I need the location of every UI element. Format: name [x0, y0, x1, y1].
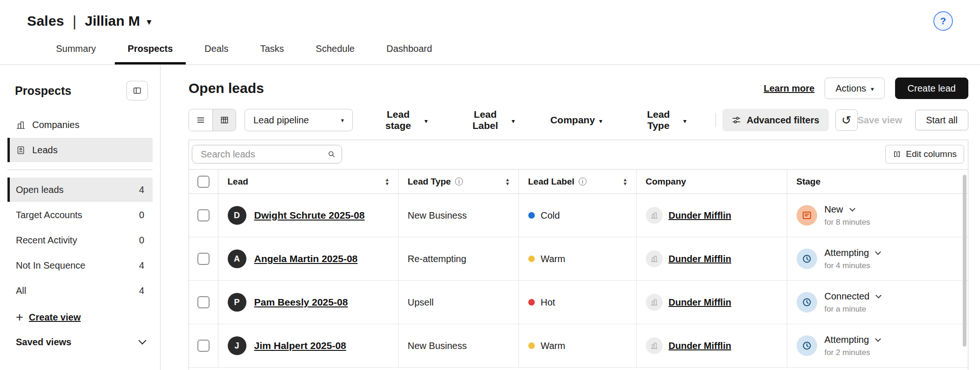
lead-name-link[interactable]: Angela Martin 2025-08: [254, 253, 358, 264]
view-label: All: [16, 285, 26, 296]
row-checkbox[interactable]: [197, 209, 210, 221]
tab-label: Prospects: [128, 43, 173, 54]
reset-filters-button[interactable]: ↺: [835, 109, 858, 131]
sidebar-header: Prospects: [0, 81, 160, 100]
table-scrollbar[interactable]: [963, 175, 966, 347]
chevron-down-icon: ▾: [511, 117, 515, 125]
companies-icon: [16, 120, 26, 130]
view-count: 4: [139, 285, 144, 296]
column-header-lead[interactable]: Lead ▴▾: [218, 170, 398, 194]
stage-dropdown-icon[interactable]: [849, 206, 855, 212]
help-button[interactable]: ?: [933, 11, 953, 31]
company-link[interactable]: Dunder Mifflin: [669, 341, 731, 351]
save-view-button[interactable]: Save view: [858, 115, 903, 126]
tab-deals[interactable]: Deals: [191, 36, 241, 64]
page-actions: Learn more Actions ▾ Create lead: [764, 78, 968, 99]
view-count: 0: [139, 235, 144, 246]
sidebar-item-leads[interactable]: Leads: [7, 138, 153, 162]
company-link[interactable]: Dunder Mifflin: [669, 297, 731, 308]
brand-separator: |: [72, 13, 76, 30]
filter-bar: Lead stage ▾ Lead Label ▾ Company ▾ Lead…: [376, 109, 686, 131]
info-icon[interactable]: [579, 178, 587, 185]
column-header-lead-type[interactable]: Lead Type ▴▾: [398, 170, 518, 194]
company-avatar: [646, 207, 663, 224]
tab-tasks[interactable]: Tasks: [247, 36, 297, 64]
sidebar-item-companies[interactable]: Companies: [7, 113, 153, 137]
panel-icon: [133, 86, 142, 95]
column-header-stage[interactable]: Stage: [787, 170, 968, 194]
label-color-dot: [528, 256, 535, 262]
topbar: Sales | Jillian M ▼ ?: [0, 0, 980, 36]
search-wrap: [192, 145, 342, 164]
company-link[interactable]: Dunder Mifflin: [669, 254, 731, 264]
sort-icon[interactable]: ▴▾: [623, 178, 626, 186]
sort-icon[interactable]: ▴▾: [506, 178, 509, 186]
main-content: Open leads Learn more Actions ▾ Create l…: [161, 65, 980, 370]
undo-icon: ↺: [841, 114, 851, 127]
lead-name-link[interactable]: Dwight Schrute 2025-08: [254, 210, 365, 221]
saved-views-toggle[interactable]: Saved views: [16, 337, 145, 348]
learn-more-link[interactable]: Learn more: [764, 83, 815, 94]
pipeline-select[interactable]: Lead pipeline ▾: [245, 109, 353, 131]
lead-name-link[interactable]: Pam Beesly 2025-08: [254, 297, 348, 308]
create-lead-button[interactable]: Create lead: [895, 78, 968, 99]
tab-prospects[interactable]: Prospects: [115, 36, 186, 64]
list-view-button[interactable]: [189, 109, 212, 131]
sliders-icon: [732, 115, 741, 125]
stage-value: Connected: [825, 291, 870, 302]
row-checkbox[interactable]: [197, 340, 210, 352]
pipeline-value: Lead pipeline: [253, 115, 309, 126]
view-item-all[interactable]: All 4: [7, 278, 153, 303]
column-header-company[interactable]: Company: [636, 170, 787, 194]
grid-view-button[interactable]: [212, 109, 236, 131]
view-label: Open leads: [16, 185, 63, 195]
filter-lead-type[interactable]: Lead Type ▾: [638, 109, 686, 131]
user-name: Jillian M: [85, 13, 140, 29]
lead-avatar: A: [228, 249, 246, 268]
sort-icon[interactable]: ▴▾: [385, 178, 388, 186]
column-label-lead-type: Lead Type: [408, 177, 451, 187]
advanced-filters-button[interactable]: Advanced filters: [722, 109, 829, 131]
info-icon[interactable]: [455, 178, 463, 185]
select-all-checkbox[interactable]: [197, 176, 210, 188]
page-title: Open leads: [189, 80, 264, 96]
create-view-button[interactable]: + Create view: [16, 311, 81, 324]
lead-name-link[interactable]: Jim Halpert 2025-08: [254, 340, 346, 351]
table-row[interactable]: A Angela Martin 2025-08 Re-attempting Wa…: [189, 237, 968, 281]
stage-dropdown-icon[interactable]: [875, 336, 881, 342]
view-item-recent-activity[interactable]: Recent Activity 0: [7, 228, 153, 252]
filter-lead-label[interactable]: Lead Label ▾: [463, 109, 515, 131]
view-item-not-in-sequence[interactable]: Not In Sequence 4: [7, 253, 153, 278]
actions-button[interactable]: Actions ▾: [825, 78, 884, 99]
label-color-dot: [528, 212, 535, 219]
row-checkbox[interactable]: [197, 253, 210, 265]
row-checkbox[interactable]: [197, 296, 210, 308]
tab-label: Tasks: [260, 43, 284, 54]
search-input[interactable]: [192, 145, 342, 164]
view-item-open-leads[interactable]: Open leads 4: [7, 178, 153, 202]
column-header-lead-label[interactable]: Lead Label ▴▾: [518, 170, 636, 194]
tab-dashboard[interactable]: Dashboard: [373, 36, 445, 64]
tab-schedule[interactable]: Schedule: [303, 36, 368, 64]
filter-lead-stage[interactable]: Lead stage ▾: [376, 109, 428, 131]
company-avatar: [646, 294, 663, 311]
tab-label: Schedule: [316, 43, 355, 54]
lead-type-value: New Business: [408, 210, 467, 221]
table-row[interactable]: D Dwight Schrute 2025-08 New Business Co…: [189, 194, 968, 237]
filter-company[interactable]: Company ▾: [550, 109, 602, 131]
edit-columns-button[interactable]: Edit columns: [885, 145, 964, 164]
view-item-target-accounts[interactable]: Target Accounts 0: [7, 203, 153, 227]
stage-duration: for 8 minutes: [825, 218, 870, 227]
toolbar-divider: [715, 113, 716, 127]
table-row[interactable]: P Pam Beesly 2025-08 Upsell Hot: [189, 281, 968, 324]
collapse-sidebar-button[interactable]: [126, 81, 148, 100]
stage-dropdown-icon[interactable]: [875, 292, 882, 299]
start-all-button[interactable]: Start all: [915, 110, 968, 130]
table-row[interactable]: J Jim Halpert 2025-08 New Business Warm: [189, 324, 968, 368]
label-color-dot: [528, 342, 535, 349]
tab-summary[interactable]: Summary: [43, 36, 109, 64]
company-link[interactable]: Dunder Mifflin: [669, 210, 731, 221]
user-menu-button[interactable]: Jillian M ▼: [85, 13, 153, 29]
column-label-company: Company: [646, 177, 686, 187]
stage-dropdown-icon[interactable]: [875, 249, 881, 255]
